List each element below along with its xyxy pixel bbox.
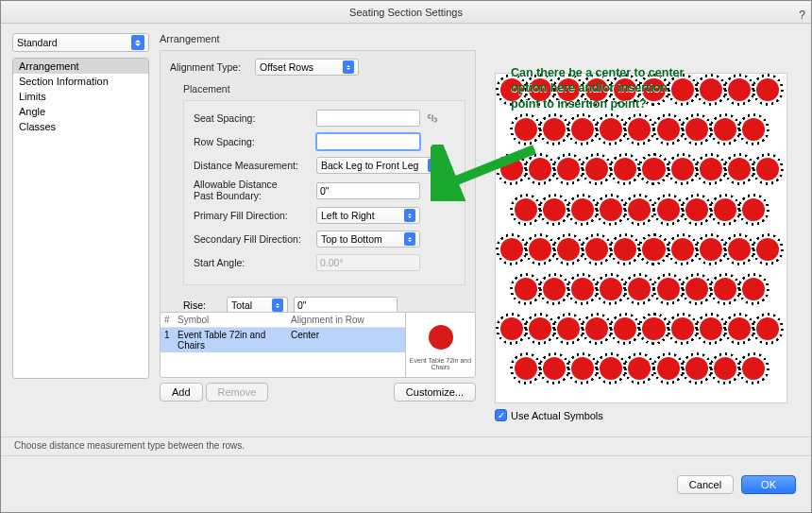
- seat-icon: [642, 158, 665, 180]
- seat-icon: [585, 238, 608, 261]
- seat-icon: [614, 158, 636, 180]
- seat-icon: [728, 317, 751, 340]
- sidebar-item-angle[interactable]: Angle: [13, 104, 148, 119]
- primary-fill-select[interactable]: Left to Right: [316, 207, 420, 224]
- sidebar-item-arrangement[interactable]: Arrangement: [13, 59, 148, 74]
- seat-icon: [585, 317, 608, 340]
- seat-icon: [614, 238, 636, 261]
- table-row[interactable]: 1 Event Table 72in and Chairs Center: [161, 328, 405, 352]
- seat-icon: [642, 238, 665, 261]
- annotation-arrow-icon: [431, 145, 544, 201]
- seat-icon: [728, 238, 751, 261]
- seat-icon: [742, 357, 765, 380]
- seat-icon: [614, 317, 636, 340]
- remove-button: Remove: [206, 383, 269, 402]
- seat-icon: [515, 198, 537, 221]
- seat-icon: [756, 158, 779, 180]
- seat-icon: [671, 158, 694, 180]
- seat-icon: [529, 238, 551, 261]
- seat-icon: [543, 118, 566, 141]
- seat-icon: [657, 278, 680, 300]
- distance-measurement-value: Back Leg to Front Leg: [321, 160, 418, 171]
- seat-icon: [742, 118, 765, 141]
- seat-icon: [700, 158, 722, 180]
- window-title: Seating Section Settings: [349, 7, 463, 18]
- seat-icon: [756, 78, 779, 101]
- row-spacing-label: Row Spacing:: [194, 136, 316, 147]
- add-button[interactable]: Add: [160, 383, 203, 402]
- chevron-up-down-icon: [343, 60, 354, 74]
- preset-select[interactable]: Standard: [12, 33, 149, 52]
- sidebar-item-section-information[interactable]: Section Information: [13, 74, 148, 89]
- chevron-up-down-icon: [404, 232, 415, 246]
- seat-icon: [515, 278, 537, 300]
- distance-measurement-label: Distance Measurement:: [194, 160, 316, 171]
- seat-icon: [543, 198, 566, 221]
- symbol-preview-caption: Event Table 72in and Chairs: [406, 357, 475, 370]
- seat-icon: [685, 118, 708, 141]
- sidebar-item-classes[interactable]: Classes: [13, 119, 148, 134]
- allowable-distance-label: Allowable Distance Past Boundary:: [194, 180, 316, 201]
- preset-value: Standard: [17, 37, 58, 48]
- start-angle-input: [316, 254, 420, 271]
- arrangement-group-label: Arrangement: [160, 33, 476, 44]
- seat-icon: [571, 198, 594, 221]
- alignment-type-select[interactable]: Offset Rows: [255, 59, 359, 76]
- customize-button[interactable]: Customize...: [394, 383, 476, 402]
- cancel-button[interactable]: Cancel: [677, 475, 734, 494]
- title-bar: Seating Section Settings ?: [1, 1, 811, 24]
- seat-icon: [657, 198, 680, 221]
- seat-icon: [529, 317, 551, 340]
- seat-icon: [557, 238, 580, 261]
- seat-icon: [700, 238, 722, 261]
- start-angle-label: Start Angle:: [194, 257, 316, 268]
- seat-icon: [628, 357, 651, 380]
- placement-group: Seat Spacing: Row Spacing: Distance Meas…: [183, 100, 465, 285]
- seat-icon: [728, 158, 751, 180]
- alignment-type-label: Alignment Type:: [170, 61, 255, 73]
- seat-icon: [585, 158, 608, 180]
- seat-icon: [571, 278, 594, 300]
- seat-icon: [628, 278, 651, 300]
- seat-icon: [714, 278, 736, 300]
- secondary-fill-select[interactable]: Top to Bottom: [316, 231, 420, 248]
- placement-label: Placement: [183, 83, 465, 94]
- seat-icon: [571, 118, 594, 141]
- allowable-distance-input[interactable]: [316, 182, 420, 199]
- chevron-up-down-icon: [131, 35, 144, 50]
- use-actual-symbols-checkbox[interactable]: [495, 409, 507, 421]
- seat-icon: [742, 198, 765, 221]
- seat-icon: [628, 118, 651, 141]
- seat-icon: [543, 278, 566, 300]
- seat-icon: [571, 357, 594, 380]
- row-spacing-input[interactable]: [316, 133, 420, 150]
- seat-icon: [628, 198, 651, 221]
- seat-icon: [728, 78, 751, 101]
- seat-icon: [756, 317, 779, 340]
- primary-fill-value: Left to Right: [321, 210, 375, 221]
- seat-icon: [600, 198, 622, 221]
- alignment-type-value: Offset Rows: [260, 61, 313, 73]
- svg-line-0: [440, 149, 534, 187]
- rise-label: Rise:: [183, 299, 221, 311]
- sidebar-item-limits[interactable]: Limits: [13, 89, 148, 104]
- seat-icon: [543, 357, 566, 380]
- seat-icon: [742, 278, 765, 300]
- seat-icon: [685, 198, 708, 221]
- seat-icon: [700, 78, 722, 101]
- ok-button[interactable]: OK: [741, 475, 796, 494]
- seat-icon: [714, 198, 736, 221]
- table-header: # Symbol Alignment in Row: [161, 313, 405, 328]
- link-icon[interactable]: [426, 111, 439, 125]
- distance-measurement-select[interactable]: Back Leg to Front Leg: [316, 157, 444, 174]
- section-pane-list[interactable]: Arrangement Section Information Limits A…: [12, 58, 149, 379]
- symbol-table[interactable]: # Symbol Alignment in Row 1 Event Table …: [160, 312, 476, 378]
- seat-icon: [642, 317, 665, 340]
- seat-icon: [671, 317, 694, 340]
- chevron-up-down-icon: [272, 299, 283, 312]
- seat-icon: [657, 357, 680, 380]
- seat-icon: [600, 118, 622, 141]
- seat-spacing-input[interactable]: [316, 110, 420, 127]
- seat-icon: [756, 238, 779, 261]
- secondary-fill-label: Secondary Fill Direction:: [194, 233, 316, 245]
